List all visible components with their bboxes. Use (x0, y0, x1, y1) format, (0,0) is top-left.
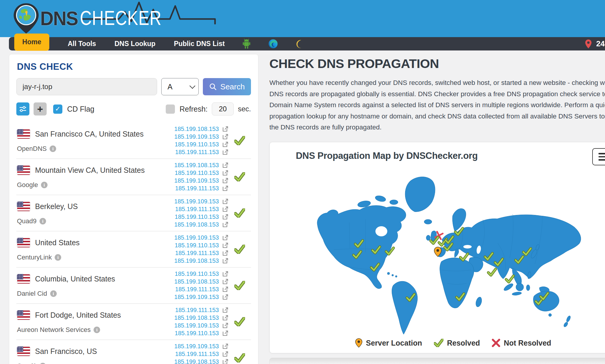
external-link-icon[interactable] (222, 278, 228, 284)
map-resolved-check-icon[interactable] (460, 254, 468, 260)
external-link-icon[interactable] (222, 294, 228, 300)
nav-item-dns-lookup[interactable]: DNS Lookup (114, 40, 155, 48)
ip-link[interactable]: 185.199.109.153 (174, 198, 219, 205)
ip-link[interactable]: 185.199.109.153 (174, 294, 219, 300)
external-link-icon[interactable] (222, 185, 228, 191)
external-link-icon[interactable] (222, 286, 228, 292)
cd-flag-checkbox[interactable]: ✓ (53, 105, 62, 114)
record-type-select[interactable]: A (161, 78, 199, 95)
external-link-icon[interactable] (222, 126, 228, 132)
ip-link[interactable]: 185.199.111.153 (175, 351, 219, 357)
info-icon[interactable]: i (41, 182, 48, 188)
ip-link[interactable]: 185.199.111.153 (175, 250, 219, 257)
external-link-icon[interactable] (222, 258, 228, 264)
edge-icon[interactable] (268, 39, 278, 49)
external-link-icon[interactable] (222, 178, 228, 183)
ip-link[interactable]: 185.199.109.153 (174, 177, 219, 184)
hamburger-icon[interactable] (592, 148, 605, 165)
external-link-icon[interactable] (222, 134, 228, 140)
ip-link[interactable]: 185.199.109.153 (174, 133, 219, 140)
ip-link[interactable]: 185.199.111.153 (175, 286, 219, 293)
info-icon[interactable]: i (40, 363, 46, 364)
info-icon[interactable]: i (94, 327, 100, 333)
legend-label: Resolved (447, 339, 480, 347)
server-location: San Francisco, US (35, 347, 97, 356)
ip-link[interactable]: 185.199.109.153 (174, 322, 219, 329)
logo-text-checker: CHECKER (80, 6, 162, 30)
server-provider: OpenDNS (17, 145, 47, 153)
external-link-icon[interactable] (222, 307, 228, 313)
ip-link[interactable]: 185.199.110.153 (175, 213, 219, 220)
server-provider: Quad9 (17, 217, 37, 225)
ip-link[interactable]: 185.199.108.153 (174, 257, 219, 264)
external-link-icon[interactable] (222, 198, 228, 204)
info-icon[interactable]: i (50, 145, 56, 152)
ip-link[interactable]: 185.199.108.153 (174, 314, 219, 321)
ip-link[interactable]: 185.199.110.153 (175, 170, 219, 176)
ip-link[interactable]: 185.199.108.153 (174, 358, 219, 364)
external-link-icon[interactable] (222, 250, 228, 256)
moon-icon[interactable] (295, 39, 305, 49)
external-link-icon[interactable] (222, 242, 228, 248)
external-link-icon[interactable] (222, 315, 228, 321)
map-title: DNS Propagation Map by DNSChecker.org (296, 151, 478, 161)
ip-link[interactable]: 185.199.111.153 (175, 206, 219, 213)
ip-link[interactable]: 185.199.111.153 (175, 185, 219, 192)
info-icon[interactable]: i (55, 254, 61, 261)
ip-link[interactable]: 185.199.110.153 (175, 242, 219, 249)
refresh-seconds-input[interactable] (212, 102, 234, 115)
android-icon[interactable] (241, 39, 252, 49)
ip-link[interactable]: 185.199.108.153 (174, 126, 219, 132)
map-resolved-check-icon[interactable] (506, 276, 514, 282)
external-link-icon[interactable] (222, 359, 228, 364)
resolved-check-icon (228, 197, 251, 228)
ip-link[interactable]: 185.199.110.153 (175, 270, 219, 277)
external-link-icon[interactable] (222, 221, 228, 227)
external-link-icon[interactable] (222, 141, 228, 147)
ip-link[interactable]: 185.199.110.153 (175, 141, 219, 148)
us-flag-icon (17, 274, 30, 284)
ip-link[interactable]: 185.199.111.153 (175, 149, 219, 156)
external-link-icon[interactable] (222, 235, 228, 240)
options-sliders-button[interactable] (16, 102, 29, 115)
resolved-check-icon (434, 339, 443, 347)
nav-item-public-dns-list[interactable]: Public DNS List (174, 40, 225, 48)
server-location: Mountain View CA, United States (35, 166, 145, 175)
ip-link[interactable]: 185.199.108.153 (174, 278, 219, 285)
info-icon[interactable]: i (40, 218, 46, 224)
external-link-icon[interactable] (222, 351, 228, 357)
record-type-value: A (168, 83, 173, 91)
us-flag-icon (17, 129, 30, 139)
globe-pin-icon (11, 2, 41, 35)
refresh-checkbox[interactable]: ✓ (166, 105, 175, 114)
nav-item-home[interactable]: Home (14, 34, 49, 51)
domain-input[interactable] (16, 78, 157, 95)
ip-link[interactable]: 185.199.111.153 (175, 307, 219, 314)
ip-link[interactable]: 185.199.109.153 (174, 343, 219, 350)
external-link-icon[interactable] (222, 206, 228, 212)
external-link-icon[interactable] (222, 271, 228, 277)
dnschecker-logo[interactable]: DNS CHECKER (11, 2, 175, 35)
map-resolved-check-icon[interactable] (488, 269, 496, 275)
info-icon[interactable]: i (50, 290, 57, 297)
search-button[interactable]: Search (203, 78, 251, 95)
server-row: San Francisco, USQuad9i185.199.109.15318… (16, 340, 251, 364)
external-link-icon[interactable] (222, 322, 228, 328)
server-row: United StatesCenturyLinki185.199.109.153… (16, 231, 251, 268)
external-link-icon[interactable] (222, 330, 228, 336)
ip-link[interactable]: 185.199.109.153 (174, 234, 219, 241)
add-server-button[interactable]: + (34, 102, 47, 115)
world-map (305, 169, 590, 339)
ip-link[interactable]: 185.199.108.153 (174, 162, 219, 169)
visitor-ip: 2409 (596, 39, 605, 48)
external-link-icon[interactable] (222, 214, 228, 220)
ip-link[interactable]: 185.199.110.153 (175, 330, 219, 337)
external-link-icon[interactable] (222, 170, 228, 176)
sliders-icon (19, 105, 27, 113)
external-link-icon[interactable] (222, 162, 228, 168)
nav-item-all-tools[interactable]: All Tools (68, 40, 96, 48)
ip-link[interactable]: 185.199.108.153 (174, 221, 219, 228)
external-link-icon[interactable] (222, 343, 228, 349)
external-link-icon[interactable] (222, 149, 228, 155)
server-provider: Quad9 (17, 362, 37, 364)
